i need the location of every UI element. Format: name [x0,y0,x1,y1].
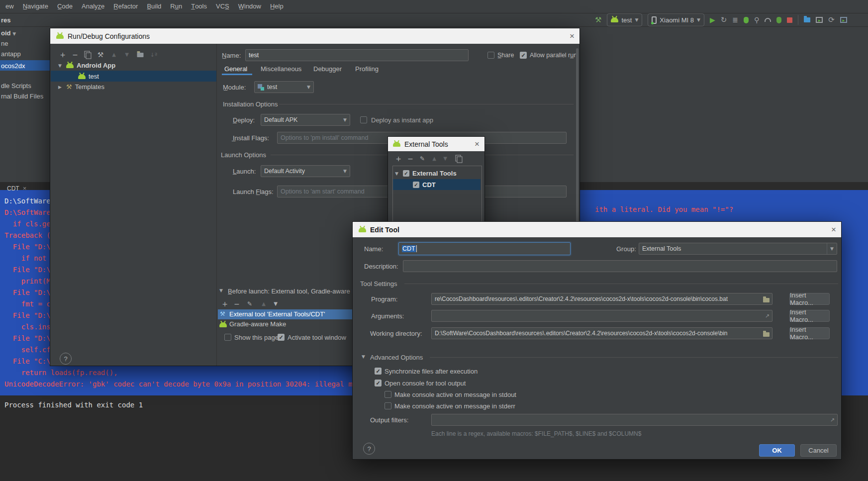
sidebar-item[interactable]: oid ▼ [1,29,16,37]
show-this-page-checkbox[interactable] [224,334,231,341]
add-icon[interactable]: + [395,155,401,162]
deploy-select[interactable]: Default APK▼ [261,114,350,126]
ok-button[interactable]: OK [759,444,795,457]
move-up-icon[interactable]: ▲ [112,52,116,57]
layout-inspector-icon[interactable] [840,17,847,23]
chevron-expanded-icon[interactable]: ▼ [219,288,223,293]
menu-item[interactable]: N̲avigate [18,0,53,13]
menu-item[interactable]: VCS̲ [211,0,234,13]
tab-miscellaneous[interactable]: Miscellaneous [261,65,301,73]
device-select[interactable]: Xiaomi MI 8 ▼ [648,13,704,26]
edit-defaults-wrench-icon[interactable]: ⚒ [97,51,104,58]
menu-item[interactable]: W̲indow [234,0,266,13]
remove-icon[interactable]: − [234,300,240,307]
share-checkbox[interactable] [487,52,494,59]
insert-macro-button-arguments[interactable]: Insert Macro... [789,310,830,322]
activate-tool-window-checkbox[interactable] [278,334,285,341]
sidebar-item[interactable]: dle Scripts [1,82,31,90]
edit-pencil-icon[interactable]: ✎ [420,156,425,162]
group-select[interactable]: External Tools▼ [639,243,837,255]
sort-alphabetically-icon[interactable]: ↓ª [150,52,157,58]
name-input[interactable]: test [245,49,469,61]
scrollbar-thumb[interactable] [576,48,579,227]
copy-icon[interactable] [85,51,90,59]
menu-item[interactable]: H̲elp [266,0,288,13]
remove-icon[interactable]: − [407,155,413,162]
add-icon[interactable]: + [222,300,228,307]
menu-item[interactable]: B̲uild [142,0,166,13]
move-down-icon[interactable]: ▼ [274,301,278,306]
copy-icon[interactable] [456,155,461,163]
help-button[interactable]: ? [60,353,72,365]
dialog-title-bar[interactable]: External Tools × [388,137,484,151]
chevron-expanded-icon[interactable]: ▼ [362,354,365,359]
tree-item-cdt[interactable]: ✓ CDT [413,180,436,190]
dialog-title-bar[interactable]: Edit Tool × [353,222,841,237]
tab-debugger[interactable]: Debugger [313,65,342,73]
help-button[interactable]: ? [363,443,375,455]
move-up-icon[interactable]: ▲ [432,156,436,161]
arguments-input[interactable]: ↗ [431,310,772,322]
close-icon[interactable]: × [570,31,575,41]
sidebar-item-selected[interactable]: ocos2dx [1,62,25,70]
new-folder-icon[interactable] [137,51,144,58]
sidebar-item[interactable]: antapp [1,50,21,58]
launch-select[interactable]: Default Activity▼ [261,165,350,177]
checked-checkbox[interactable]: ✓ [413,182,419,188]
sync-project-icon[interactable]: ⟳ [828,15,835,24]
move-down-icon[interactable]: ▼ [443,156,447,161]
menu-item[interactable]: Ru̲n [166,0,187,13]
close-icon[interactable]: × [831,225,836,235]
output-filters-input[interactable]: ↗ [431,414,838,426]
expand-field-icon[interactable]: ↗ [765,313,770,319]
remove-icon[interactable]: − [72,51,78,58]
insert-macro-button-program[interactable]: Insert Macro... [789,293,830,305]
attach-debugger-icon[interactable] [776,17,781,23]
sidebar-item[interactable]: rnal Build Files [1,93,43,100]
sidebar-item[interactable]: ne [1,40,8,47]
menu-item[interactable]: Analyz̲e [77,0,109,13]
move-up-icon[interactable]: ▲ [262,301,266,306]
deploy-instant-app-checkbox[interactable] [360,116,367,123]
synchronize-files-checkbox[interactable] [375,368,382,375]
description-input[interactable] [403,260,837,272]
edit-pencil-icon[interactable]: ✎ [247,301,252,307]
tree-item-test[interactable]: test [78,71,99,82]
run-icon[interactable]: ▶ [710,16,715,24]
before-launch-row[interactable]: Gradle-aware Make [218,319,353,329]
dialog-title-bar[interactable]: Run/Debug Configurations × [50,28,579,44]
module-select[interactable]: test ▼ [254,81,314,93]
working-directory-input[interactable]: D:\SoftWare\CocosDashboard\resources\.ed… [431,327,772,339]
browse-folder-icon[interactable] [763,297,770,304]
tree-item-android-app[interactable]: ▼ Android App [58,60,115,71]
allow-parallel-run-checkbox[interactable] [520,52,527,59]
run-configurations-icon[interactable]: ≣ [732,16,738,24]
rerun-icon[interactable]: ↻ [721,15,727,24]
open-console-checkbox[interactable] [375,380,382,386]
checked-checkbox[interactable]: ✓ [403,170,409,177]
tool-name-input[interactable]: CDT [398,242,571,255]
browse-folder-icon[interactable] [763,331,770,338]
stop-icon[interactable] [787,17,792,23]
console-tab-cdt[interactable]: CDT × [3,183,30,194]
menu-item[interactable]: R̲efactor [109,0,142,13]
console-stderr-checkbox[interactable] [385,402,391,409]
tree-item-templates[interactable]: ▶ ⚒ Templates [58,82,104,92]
program-input[interactable]: re\CocosDashboard\resources\.editors\Cre… [431,293,772,305]
device-file-explorer-icon[interactable] [804,17,810,22]
insert-macro-button-workdir[interactable]: Insert Macro... [789,327,830,339]
run-configuration-select[interactable]: test ▼ [607,13,642,26]
before-launch-row-selected[interactable]: ⚒ External tool 'External Tools/CDT' [218,309,353,319]
menu-item[interactable]: C̲ode [53,0,77,13]
attach-profiler-icon[interactable]: ⚲ [754,16,759,24]
menu-item[interactable]: ew [1,0,18,13]
move-down-icon[interactable]: ▼ [125,52,129,57]
close-icon[interactable]: × [475,139,480,149]
expand-field-icon[interactable]: ↗ [830,417,835,423]
menu-item[interactable]: T̲ools [187,0,211,13]
debug-icon[interactable] [744,17,749,23]
profile-icon[interactable] [765,18,771,22]
tab-profiling[interactable]: Profiling [355,65,379,73]
add-icon[interactable]: + [60,51,66,58]
console-stdout-checkbox[interactable] [385,391,391,398]
